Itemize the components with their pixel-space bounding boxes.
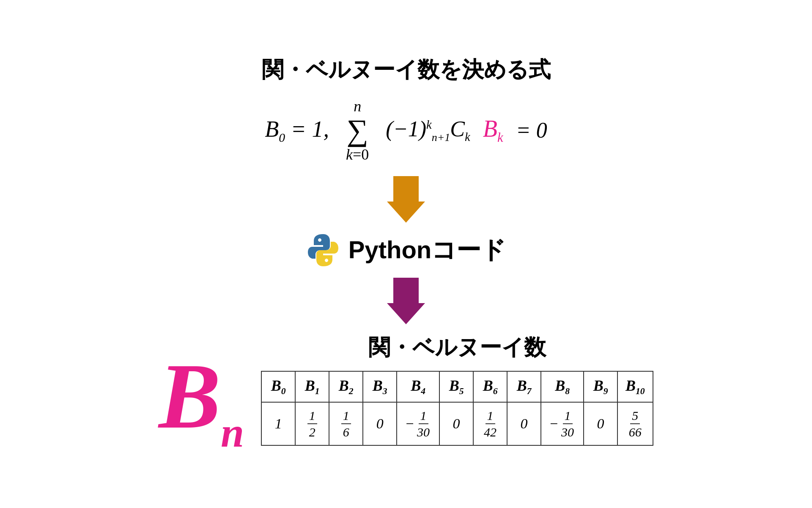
col-header-b7: B7: [507, 371, 541, 402]
val-b9: 0: [584, 402, 617, 445]
val-b5: 0: [439, 402, 473, 445]
equals-zero: = 0: [516, 118, 547, 143]
sigma-top: n: [354, 97, 361, 115]
col-header-b4: B4: [397, 371, 439, 402]
table-header-row: B0 B1 B2 B3 B4 B5 B6 B7 B8 B9 B10: [261, 371, 653, 402]
svg-point-2: [325, 259, 327, 261]
table-data-row: 1 12 16 0 −130 0 142: [261, 402, 653, 445]
bernoulli-table: B0 B1 B2 B3 B4 B5 B6 B7 B8 B9 B10: [261, 371, 653, 446]
formula-body: (−1)kn+1Ck: [386, 116, 470, 144]
col-header-b3: B3: [363, 371, 397, 402]
orange-arrow-icon: [387, 176, 425, 223]
col-header-b9: B9: [584, 371, 617, 402]
main-container: 関・ベルヌーイ数を決める式 B0 = 1, n ∑ k=0 (−1)kn+1Ck…: [110, 55, 702, 453]
val-b4: −130: [397, 402, 439, 445]
col-header-b5: B5: [439, 371, 473, 402]
b0-formula: B0 = 1,: [265, 116, 329, 145]
val-b1: 12: [295, 402, 329, 445]
col-header-b2: B2: [329, 371, 363, 402]
svg-marker-0: [387, 176, 425, 223]
purple-arrow-icon: [387, 278, 425, 324]
sigma-block: n ∑ k=0: [346, 97, 369, 163]
val-b3: 0: [363, 402, 397, 445]
python-row: Pythonコード: [306, 233, 506, 267]
svg-marker-3: [387, 278, 425, 324]
col-header-b8: B8: [541, 371, 584, 402]
bernoulli-table-title: 関・ベルヌーイ数: [368, 333, 546, 362]
val-b6: 142: [473, 402, 507, 445]
val-b0: 1: [261, 402, 295, 445]
val-b2: 16: [329, 402, 363, 445]
col-header-b6: B6: [473, 371, 507, 402]
bk-pink: Bk: [483, 115, 503, 145]
table-section: 関・ベルヌーイ数 B0 B1 B2 B3 B4 B5 B6 B7 B8 B9 B: [261, 333, 653, 446]
python-label: Pythonコード: [348, 234, 506, 267]
sigma-symbol: ∑: [347, 115, 368, 146]
sigma-bottom: k=0: [346, 146, 369, 163]
col-header-b1: B1: [295, 371, 329, 402]
bn-big-symbol: Bn: [159, 350, 244, 453]
col-header-b0: B0: [261, 371, 295, 402]
col-header-b10: B10: [617, 371, 653, 402]
formula-block: B0 = 1, n ∑ k=0 (−1)kn+1Ck Bk = 0: [265, 97, 547, 163]
val-b8: −130: [541, 402, 584, 445]
bernoulli-section: Bn 関・ベルヌーイ数 B0 B1 B2 B3 B4 B5 B6 B7 B8: [110, 333, 702, 453]
val-b7: 0: [507, 402, 541, 445]
page-title: 関・ベルヌーイ数を決める式: [262, 55, 551, 85]
val-b10: 566: [617, 402, 653, 445]
svg-point-1: [318, 239, 321, 241]
python-logo-icon: [306, 233, 340, 267]
